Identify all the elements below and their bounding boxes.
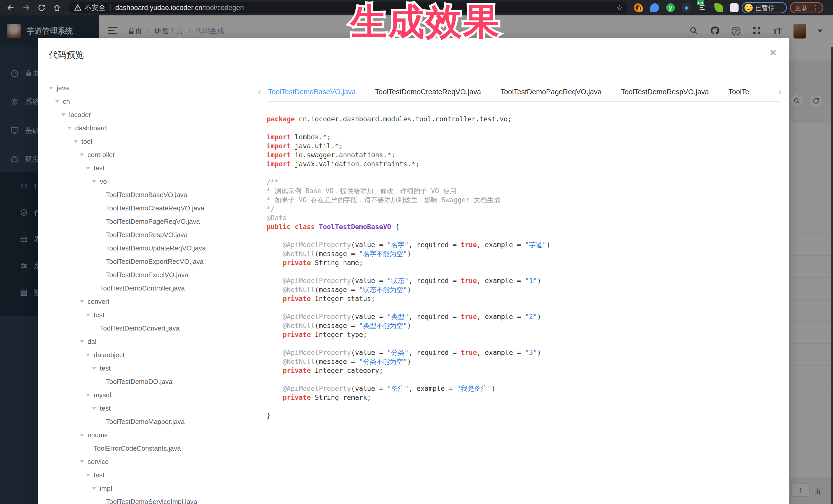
code-line: * 测试示例 Base VO，提供给添加、修改、详细的子 VO 使用 [267,187,779,195]
tab-ToolTestDemoCreateReqVO.java[interactable]: ToolTestDemoCreateReqVO.java [375,88,481,96]
tree-node-enums[interactable]: enums [49,428,254,442]
tree-label: tool [81,138,92,145]
bookmark-star-icon[interactable]: ☆ [616,3,623,12]
tabs-next-icon[interactable]: › [771,87,781,97]
tree-label: ToolTestDemoExcelVO.java [106,271,188,279]
code-line: * 如果子 VO 存在差异的字段，请不要添加到这里，影响 Swagger 文档生… [267,195,779,205]
caret-down-icon[interactable] [92,365,100,372]
tree-node-dataobject[interactable]: dataobject [49,348,254,362]
tree-file-ToolTestDemoCreateReqVO.java[interactable]: ToolTestDemoCreateReqVO.java [49,201,254,215]
close-icon[interactable]: × [770,46,777,58]
tree-node-convert[interactable]: convert [49,295,254,308]
caret-down-icon[interactable] [92,485,100,492]
caret-down-icon[interactable] [49,85,57,92]
tree-node-service[interactable]: service [49,455,254,468]
tree-node-controller[interactable]: controller [49,148,254,162]
tree-node-dal[interactable]: dal [49,335,254,348]
address-bar[interactable]: 不安全 dashboard.yudao.iocoder.cn /tool/cod… [68,2,628,13]
tree-file-ToolTestDemoPageReqVO.java[interactable]: ToolTestDemoPageReqVO.java [49,215,254,228]
tree-node-iocoder[interactable]: iocoder [49,108,254,121]
tab-ToolTestDemoRespVO.java[interactable]: ToolTestDemoRespVO.java [621,88,709,96]
tree-file-ToolTestDemoConvert.java[interactable]: ToolTestDemoConvert.java [49,321,254,335]
tree-label: ToolTestDemoMapper.java [106,418,185,426]
tree-node-dashboard[interactable]: dashboard [49,121,254,135]
code-line: private Integer category; [267,366,779,375]
browser-reload-icon[interactable] [38,4,46,12]
tree-label: iocoder [69,111,91,119]
extension-on-badge: on [697,0,704,5]
browser-back-icon[interactable] [7,4,15,12]
caret-down-icon[interactable] [80,458,88,465]
tree-file-ToolTestDemoRespVO.java[interactable]: ToolTestDemoRespVO.java [49,228,254,241]
caret-down-icon[interactable] [80,432,88,438]
caret-down-icon[interactable] [55,98,63,105]
extension-drop-icon[interactable] [650,3,659,12]
tree-node-mysql[interactable]: mysql [49,388,254,402]
tree-node-vo[interactable]: vo [49,175,254,188]
code-preview-modal: 代码预览 × javacniocoderdashboardtoolcontrol… [38,38,789,504]
tree-file-ToolTestDemoDO.java[interactable]: ToolTestDemoDO.java [49,375,254,388]
tree-node-test[interactable]: test [49,402,254,415]
tree-file-ToolTestDemoExcelVO.java[interactable]: ToolTestDemoExcelVO.java [49,268,254,282]
update-label: 更新 [795,3,808,12]
code-line: package cn.iocoder.dashboard.modules.too… [267,115,779,124]
caret-down-icon[interactable] [86,472,94,479]
tree-node-impl[interactable]: impl [49,482,254,495]
tree-file-ToolTestDemoExportReqVO.java[interactable]: ToolTestDemoExportReqVO.java [49,255,254,268]
browser-menu-icon[interactable]: ⋮ [812,3,819,12]
tree-file-ToolTestDemoController.java[interactable]: ToolTestDemoController.java [49,282,254,295]
security-label[interactable]: 不安全 [85,3,105,12]
code-line: */ [267,205,779,214]
caret-down-icon[interactable] [80,298,88,305]
tree-node-test[interactable]: test [49,308,254,321]
caret-down-icon[interactable] [86,391,94,399]
code-line: @ApiModelProperty(value = "分类", required… [267,348,779,357]
tab-ToolTestDemoPageReqVO.java[interactable]: ToolTestDemoPageReqVO.java [500,88,601,96]
tree-label: test [100,404,111,412]
extension-leaf-icon[interactable] [714,3,723,12]
browser-forward-icon[interactable] [22,4,30,12]
extension-badge: 1 [638,6,643,11]
extensions-puzzle-icon[interactable] [730,3,739,12]
extension-diamond-icon[interactable]: ◆ [682,3,691,12]
extension-y-icon[interactable]: y [666,3,675,12]
browser-update-button[interactable]: 更新 ⋮ [790,2,823,13]
tree-file-ToolErrorCodeConstants.java[interactable]: ToolErrorCodeConstants.java [49,442,254,455]
caret-down-icon[interactable] [68,125,75,131]
caret-down-icon[interactable] [86,165,94,172]
tree-file-ToolTestDemoMapper.java[interactable]: ToolTestDemoMapper.java [49,415,254,428]
tree-node-cn[interactable]: cn [49,95,254,108]
tree-node-test[interactable]: test [49,362,254,375]
browser-home-icon[interactable] [53,4,61,12]
tree-label: impl [100,484,112,493]
tree-file-ToolTestDemoBaseVO.java[interactable]: ToolTestDemoBaseVO.java [49,188,254,201]
caret-down-icon[interactable] [92,178,100,185]
tree-label: ToolTestDemoController.java [100,284,185,292]
tree-node-test[interactable]: test [49,468,254,482]
tab-ToolTestDemoBaseVO.java[interactable]: ToolTestDemoBaseVO.java [268,88,356,96]
extension-ring-icon[interactable]: 1 [634,3,643,12]
tree-node-tool[interactable]: tool [49,135,254,148]
file-tree: javacniocoderdashboardtoolcontrollertest… [49,81,254,504]
caret-down-icon[interactable] [86,312,94,318]
tree-file-ToolTestDemoUpdateReqVO.java[interactable]: ToolTestDemoUpdateReqVO.java [49,241,254,255]
code-block: package cn.iocoder.dashboard.modules.too… [267,115,779,504]
tab-ToolTe[interactable]: ToolTe [728,88,752,96]
caret-down-icon[interactable] [80,338,88,345]
tree-file-ToolTestDemoServiceImpl.java[interactable]: ToolTestDemoServiceImpl.java [49,495,254,504]
caret-down-icon[interactable] [80,151,88,158]
code-line [267,169,779,177]
tree-node-test[interactable]: test [49,162,254,175]
tabs-prev-icon[interactable]: ‹ [258,87,268,97]
caret-down-icon[interactable] [86,352,94,359]
code-line: @ApiModelProperty(value = "名字", required… [267,240,779,249]
tree-node-java[interactable]: java [49,81,254,95]
code-line: private Integer type; [267,330,779,339]
caret-down-icon[interactable] [61,111,69,118]
paused-extension-pill[interactable]: 已暂停 [742,2,787,13]
caret-down-icon[interactable] [92,405,100,412]
caret-down-icon[interactable] [74,138,81,145]
paused-label: 已暂停 [755,4,775,12]
security-warning-icon [74,4,81,11]
code-line [267,303,779,312]
